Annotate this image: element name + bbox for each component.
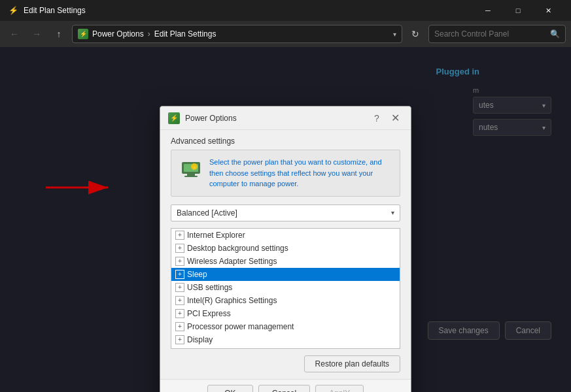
up-button[interactable]: ↑ [50, 25, 68, 43]
info-line3: computer to manage power. [209, 180, 298, 188]
list-item-label: Processor power management [187, 322, 294, 331]
list-item[interactable]: + Intel(R) Graphics Settings [171, 294, 400, 307]
info-highlight: how [313, 169, 326, 177]
list-item-label: Display [187, 335, 213, 344]
info-icon: ⚡ [179, 157, 203, 180]
dialog-close-button[interactable]: ✕ [387, 110, 403, 126]
info-line2: then choose settings that reflect how yo… [209, 169, 373, 177]
search-icon: 🔍 [550, 29, 560, 39]
list-item[interactable]: + USB settings [171, 281, 400, 294]
expand-icon: + [175, 322, 184, 331]
search-input[interactable] [434, 29, 546, 39]
info-line1: Select the power plan that you want to c… [209, 158, 382, 166]
plan-dropdown-arrow: ▾ [391, 209, 394, 216]
list-item-label: Internet Explorer [187, 231, 245, 240]
list-item[interactable]: + Wireless Adapter Settings [171, 255, 400, 268]
svg-rect-5 [184, 176, 198, 177]
restore-defaults-button[interactable]: Restore plan defaults [304, 355, 400, 372]
list-item[interactable]: + Battery [171, 346, 400, 349]
dialog-body: Advanced settings ⚡ [160, 130, 411, 372]
list-item-label: USB settings [187, 283, 232, 292]
help-button[interactable]: ? [369, 110, 385, 126]
list-item-label: Wireless Adapter Settings [187, 257, 277, 266]
title-bar-controls: ─ □ ✕ [473, 0, 563, 21]
expand-icon: + [175, 348, 184, 349]
list-item[interactable]: + Processor power management [171, 320, 400, 333]
address-bar: ← → ↑ ⚡ Power Options › Edit Plan Settin… [0, 21, 571, 47]
svg-text:⚡: ⚡ [192, 165, 198, 171]
expand-icon: + [175, 244, 184, 253]
list-item-label: Intel(R) Graphics Settings [187, 296, 277, 305]
dialog-title-text: Power Options [185, 114, 369, 123]
title-bar-icon: ⚡ [8, 5, 18, 16]
path-separator: › [148, 29, 150, 39]
list-item[interactable]: + Internet Explorer [171, 229, 400, 242]
list-item[interactable]: + Display [171, 333, 400, 346]
power-options-dialog: ⚡ Power Options ? ✕ Advanced settings [160, 106, 411, 392]
cancel-button-dialog[interactable]: Cancel [258, 385, 310, 393]
dialog-title-bar: ⚡ Power Options ? ✕ [160, 106, 411, 130]
expand-icon: + [175, 283, 184, 292]
svg-rect-4 [187, 174, 195, 176]
ok-button[interactable]: OK [207, 385, 253, 393]
minimize-button[interactable]: ─ [473, 0, 503, 21]
dialog-footer: OK Cancel ApplY [160, 379, 411, 393]
path-icon: ⚡ [78, 29, 88, 39]
title-bar-title: Edit Plan Settings [24, 6, 473, 15]
expand-icon: + [175, 257, 184, 266]
list-item-label: Sleep [187, 270, 207, 279]
info-text: Select the power plan that you want to c… [209, 157, 382, 189]
refresh-button[interactable]: ↻ [406, 25, 424, 43]
list-item[interactable]: + PCI Express [171, 307, 400, 320]
info-section: ⚡ Select the power plan that you want to… [171, 150, 400, 197]
apply-button[interactable]: ApplY [315, 385, 364, 393]
expand-icon: + [175, 270, 184, 279]
address-path[interactable]: ⚡ Power Options › Edit Plan Settings ▾ [72, 25, 402, 43]
search-box: 🔍 [428, 25, 566, 43]
title-bar: ⚡ Edit Plan Settings ─ □ ✕ [0, 0, 571, 21]
path-dropdown-arrow[interactable]: ▾ [393, 31, 396, 38]
maximize-button[interactable]: □ [503, 0, 533, 21]
path-edit-plan: Edit Plan Settings [154, 29, 216, 39]
list-item-label: Battery [187, 348, 212, 349]
list-item-label: PCI Express [187, 309, 231, 318]
plan-dropdown[interactable]: Balanced [Active] ▾ [171, 204, 400, 221]
forward-button[interactable]: → [27, 25, 46, 43]
advanced-settings-label: Advanced settings [160, 130, 411, 150]
list-item[interactable]: + Sleep [171, 268, 400, 281]
settings-list[interactable]: + Internet Explorer + Desktop background… [171, 228, 400, 349]
modal-overlay: ⚡ Power Options ? ✕ Advanced settings [0, 47, 571, 392]
plan-dropdown-value: Balanced [Active] [177, 208, 237, 218]
main-content: Plugged in m utes ▾ nutes ▾ Save changes… [0, 47, 571, 392]
expand-icon: + [175, 296, 184, 305]
expand-icon: + [175, 231, 184, 240]
close-button[interactable]: ✕ [533, 0, 563, 21]
list-item-label: Desktop background settings [187, 244, 288, 253]
path-power-options: Power Options [92, 29, 144, 39]
back-button[interactable]: ← [5, 25, 24, 43]
dialog-icon: ⚡ [168, 112, 180, 124]
expand-icon: + [175, 309, 184, 318]
expand-icon: + [175, 335, 184, 344]
list-item[interactable]: + Desktop background settings [171, 242, 400, 255]
restore-section: Restore plan defaults [171, 355, 400, 372]
